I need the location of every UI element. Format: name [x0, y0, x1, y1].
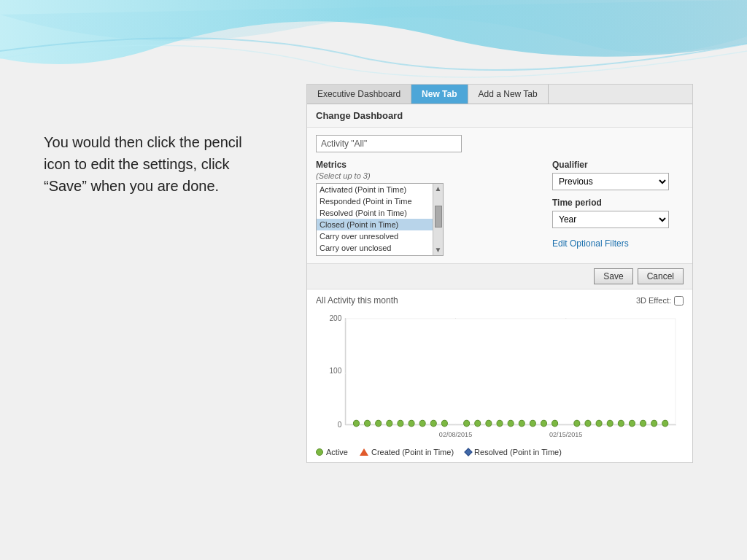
legend-created-icon: [360, 448, 368, 456]
metric-item-carry-unresolved[interactable]: Carry over unresolved: [317, 230, 433, 242]
metrics-list-inner: Activated (Point in Time) Responded (Poi…: [317, 184, 433, 254]
metric-item-closed[interactable]: Closed (Point in Time): [317, 219, 433, 230]
metric-item-resolved[interactable]: Resolved (Point in Time): [317, 207, 433, 219]
legend-resolved-icon: [464, 448, 472, 456]
chart-area: All Activity this month 3D Effect: 2: [307, 289, 692, 462]
svg-point-29: [552, 420, 558, 427]
legend-resolved: Resolved (Point in Time): [465, 448, 562, 456]
svg-point-12: [353, 420, 359, 427]
svg-point-35: [629, 420, 635, 427]
svg-text:02/15/2015: 02/15/2015: [549, 430, 582, 438]
svg-point-37: [651, 420, 657, 427]
chart-header: All Activity this month 3D Effect:: [316, 295, 684, 306]
activity-input[interactable]: [316, 135, 462, 152]
svg-point-30: [574, 420, 580, 427]
chart-title: All Activity this month: [316, 295, 398, 306]
metrics-list[interactable]: Activated (Point in Time) Responded (Poi…: [316, 183, 444, 256]
tab-new-tab[interactable]: New Tab: [411, 85, 468, 104]
cancel-button[interactable]: Cancel: [638, 268, 684, 284]
legend-created-label: Created (Point in Time): [371, 448, 454, 456]
svg-rect-9: [346, 319, 676, 424]
change-dashboard-header: Change Dashboard: [307, 104, 692, 128]
svg-point-20: [441, 420, 447, 427]
instruction-text: You would then click the pencil icon to …: [44, 131, 270, 197]
svg-point-23: [486, 420, 492, 427]
legend-resolved-label: Resolved (Point in Time): [474, 448, 562, 456]
qualifier-label: Qualifier: [552, 160, 684, 170]
svg-point-14: [376, 420, 382, 427]
tab-executive-dashboard[interactable]: Executive Dashboard: [307, 85, 411, 104]
metrics-scrollbar[interactable]: ▲ ▼: [433, 184, 443, 255]
dashboard-container: Executive Dashboard New Tab Add a New Ta…: [306, 84, 693, 463]
svg-point-13: [365, 420, 371, 427]
metric-item-activated[interactable]: Activated (Point in Time): [317, 184, 433, 195]
metric-item-responded[interactable]: Responded (Point in Time: [317, 195, 433, 207]
legend-active-icon: [316, 448, 323, 456]
svg-point-22: [475, 420, 481, 427]
svg-point-17: [409, 420, 414, 427]
svg-point-28: [541, 420, 546, 427]
chart-legend: Active Created (Point in Time) Resolved …: [316, 448, 684, 456]
tab-add-new[interactable]: Add a New Tab: [468, 85, 549, 104]
svg-text:100: 100: [329, 367, 341, 375]
svg-point-25: [508, 420, 514, 427]
svg-point-33: [607, 420, 613, 427]
save-button[interactable]: Save: [594, 268, 632, 284]
edit-optional-filters-link[interactable]: Edit Optional Filters: [552, 238, 684, 249]
change-dashboard-title: Change Dashboard: [316, 110, 403, 121]
metric-item-carry-unclosed[interactable]: Carry over unclosed: [317, 242, 433, 254]
legend-active-label: Active: [326, 448, 348, 456]
time-period-select[interactable]: Year Month Week Day: [552, 211, 669, 228]
svg-point-15: [387, 420, 392, 427]
form-area: Metrics (Select up to 3) Activated (Poin…: [307, 128, 692, 264]
main-content: You would then click the pencil icon to …: [0, 0, 747, 560]
tab-bar: Executive Dashboard New Tab Add a New Ta…: [307, 85, 692, 104]
svg-point-26: [519, 420, 525, 427]
svg-point-27: [530, 420, 535, 427]
svg-text:02/08/2015: 02/08/2015: [439, 430, 472, 438]
svg-point-21: [464, 420, 470, 427]
svg-point-18: [419, 420, 425, 427]
svg-point-38: [662, 420, 668, 427]
chart-3d-label: 3D Effect:: [636, 296, 671, 305]
form-row: Metrics (Select up to 3) Activated (Poin…: [316, 160, 684, 256]
svg-point-36: [640, 420, 646, 427]
svg-point-32: [596, 420, 602, 427]
svg-point-34: [618, 420, 624, 427]
metrics-sublabel: (Select up to 3): [316, 171, 538, 180]
svg-point-31: [585, 420, 591, 427]
qualifier-section: Qualifier Previous Current Next Time per…: [552, 160, 684, 256]
qualifier-select[interactable]: Previous Current Next: [552, 173, 669, 190]
time-period-label: Time period: [552, 198, 684, 208]
legend-created: Created (Point in Time): [360, 448, 454, 456]
legend-active: Active: [316, 448, 348, 456]
svg-point-24: [497, 420, 503, 427]
chart-3d-effect: 3D Effect:: [636, 296, 684, 306]
chart-svg: 200 100 0 02/08/2015 02/15/2015: [316, 310, 684, 445]
scrollbar-thumb[interactable]: [435, 206, 442, 228]
form-buttons: Save Cancel: [307, 264, 692, 289]
scrollbar-up-arrow[interactable]: ▲: [433, 184, 443, 194]
svg-point-16: [398, 420, 403, 427]
right-panel: Executive Dashboard New Tab Add a New Ta…: [306, 0, 747, 463]
chart-3d-checkbox[interactable]: [674, 296, 684, 306]
svg-point-19: [430, 420, 436, 427]
svg-text:200: 200: [329, 314, 341, 322]
left-panel: You would then click the pencil icon to …: [0, 0, 306, 197]
metrics-section: Metrics (Select up to 3) Activated (Poin…: [316, 160, 538, 256]
svg-text:0: 0: [338, 421, 342, 429]
scrollbar-down-arrow[interactable]: ▼: [433, 245, 443, 255]
metrics-label: Metrics: [316, 160, 538, 170]
chart-wrapper: 200 100 0 02/08/2015 02/15/2015: [316, 310, 684, 445]
